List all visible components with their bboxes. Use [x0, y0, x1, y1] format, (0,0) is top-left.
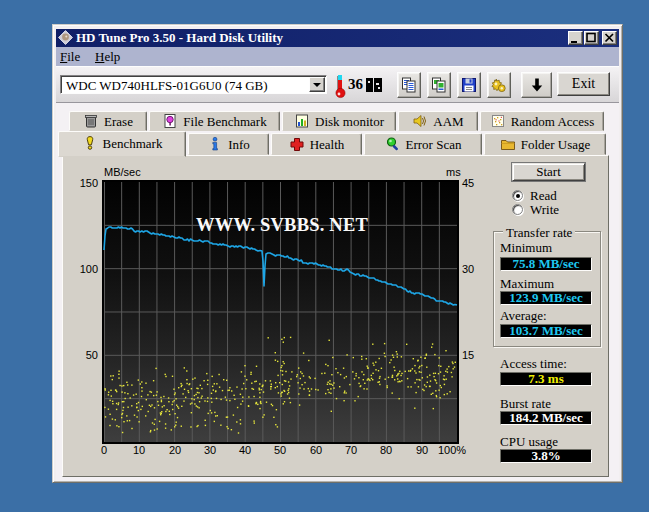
svg-text:WWW. SVBBS. NET: WWW. SVBBS. NET	[196, 215, 368, 235]
